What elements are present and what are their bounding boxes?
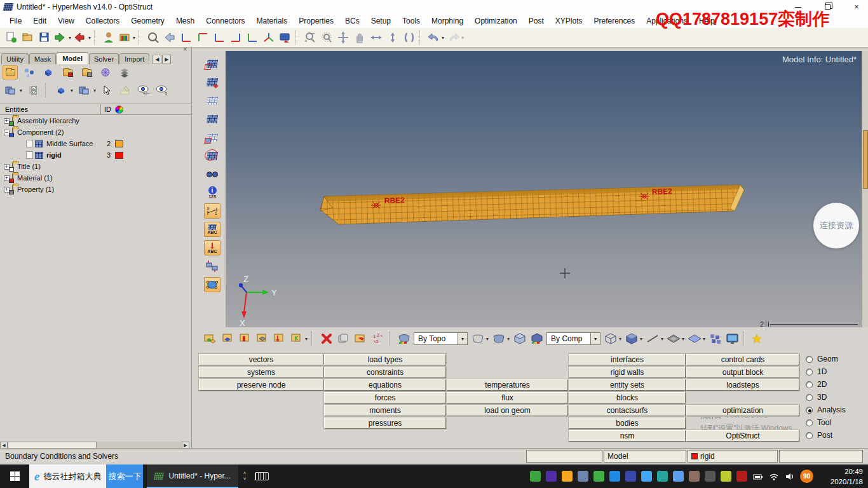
export-icon[interactable] — [73, 30, 88, 45]
connect-resource-overlay[interactable]: 连接资源 — [813, 203, 859, 248]
element-handles-icon[interactable] — [204, 130, 220, 145]
tree-row[interactable]: Middle Surface2 — [0, 138, 191, 149]
tab-model[interactable]: Model — [57, 52, 88, 64]
tray-app-icon-3[interactable] — [578, 471, 588, 482]
color-swatch[interactable] — [115, 140, 123, 147]
undo-dropdown-icon[interactable]: ▾ — [442, 35, 444, 41]
radio-dot-icon[interactable] — [806, 369, 813, 376]
elem-color-mode-icon[interactable] — [529, 332, 544, 346]
rotate-horizontal-icon[interactable] — [369, 30, 383, 45]
radio-dot-icon[interactable] — [806, 419, 813, 426]
shrink-elements-icon[interactable] — [204, 148, 220, 163]
radio-dot-icon[interactable] — [806, 394, 813, 401]
shaded-elements-icon[interactable] — [624, 332, 639, 346]
export-dropdown-icon[interactable]: ▾ — [88, 35, 91, 41]
card-image-icon[interactable] — [76, 83, 92, 97]
undo-icon[interactable] — [426, 30, 441, 45]
2d-style-dropdown-icon[interactable]: ▾ — [682, 336, 684, 342]
selector-arrow-icon[interactable] — [99, 83, 114, 97]
radio-dot-icon[interactable] — [806, 407, 813, 414]
notification-badge[interactable]: 90 — [800, 470, 813, 483]
elements-shaded-icon[interactable] — [204, 74, 220, 90]
screen-view-icon[interactable] — [278, 30, 292, 45]
menu-morphing[interactable]: Morphing — [426, 15, 469, 27]
circle-zoom-icon[interactable] — [319, 30, 334, 45]
geom-shaded-style-icon[interactable] — [491, 332, 506, 346]
tray-app-icon-10[interactable] — [689, 471, 700, 482]
menu-mesh[interactable]: Mesh — [170, 15, 200, 27]
components-collector-icon[interactable] — [203, 332, 218, 346]
geom-wireframe-dropdown-icon[interactable]: ▾ — [486, 336, 489, 342]
folder-view-icon[interactable] — [3, 65, 18, 79]
tray-app-icon-5[interactable] — [609, 471, 620, 482]
view-yz-icon[interactable] — [261, 30, 276, 45]
radio-analysis[interactable]: Analysis — [806, 405, 846, 414]
view-yx-icon[interactable] — [195, 30, 210, 45]
wireframe-elements-dropdown-icon[interactable]: ▾ — [619, 336, 621, 342]
tree-row[interactable]: rigid3 — [0, 149, 191, 161]
view-xy-icon[interactable] — [179, 30, 193, 45]
3d-style-dropdown-icon[interactable]: ▾ — [703, 336, 705, 342]
screen-capture-icon[interactable] — [725, 332, 740, 346]
load-collector-icon[interactable] — [272, 332, 287, 346]
tab-mask[interactable]: Mask — [29, 53, 56, 64]
import-dropdown-icon[interactable]: ▾ — [69, 35, 71, 41]
menu-file[interactable]: File — [4, 15, 27, 27]
radio-geom[interactable]: Geom — [806, 355, 838, 363]
tab-import[interactable]: Import — [119, 53, 149, 64]
taskbar-clock[interactable]: 20:49 2020/1/18 — [831, 467, 863, 487]
tab-utility[interactable]: Utility — [1, 53, 29, 64]
card-image-dropdown-icon[interactable]: ▾ — [93, 88, 96, 93]
panel-button-equations[interactable]: equations — [324, 379, 446, 391]
tray-app-icon-1[interactable] — [546, 471, 557, 482]
panel-button-contactsurfs[interactable]: contactsurfs — [569, 405, 686, 416]
panel-button-preserve-node[interactable]: preserve node — [199, 379, 323, 391]
entity-state-icon[interactable] — [53, 83, 69, 97]
elem-color-select[interactable]: By Comp ▾ — [546, 332, 600, 345]
eye-plus-minus-icon[interactable]: +/− — [136, 83, 151, 97]
menu-materials[interactable]: Materials — [251, 15, 294, 27]
panel-button-forces[interactable]: forces — [324, 392, 446, 403]
tree-row[interactable]: +Title (1) — [0, 161, 191, 172]
organize-dropdown-icon[interactable]: ▾ — [133, 35, 135, 41]
panel-button-rigid-walls[interactable]: rigid walls — [569, 367, 686, 378]
radio-dot-icon[interactable] — [806, 381, 813, 388]
shaded-elements-dropdown-icon[interactable]: ▾ — [640, 336, 642, 342]
panel-button-bodies[interactable]: bodies — [569, 417, 686, 429]
view-zy-icon[interactable] — [245, 30, 259, 45]
geometry-wireframe-icon[interactable] — [204, 93, 220, 108]
status-box-2[interactable]: Model — [604, 450, 686, 463]
taskbar-scroll-arrows[interactable]: ˄ ˅ — [243, 471, 247, 482]
tray-app-icon-6[interactable] — [625, 471, 636, 482]
panel-button-OptiStruct[interactable]: OptiStruct — [686, 430, 799, 442]
radio-2d[interactable]: 2D — [806, 380, 827, 389]
property-collector-icon[interactable] — [255, 332, 269, 346]
menu-connectors[interactable]: Connectors — [200, 15, 250, 27]
organize-layers-icon[interactable] — [336, 332, 351, 346]
material-view-icon[interactable] — [60, 65, 75, 79]
entities-header[interactable]: Entities ID — [0, 104, 191, 115]
menu-setup[interactable]: Setup — [365, 15, 397, 27]
menu-view[interactable]: View — [52, 15, 80, 27]
panel-button-systems[interactable]: systems — [199, 367, 323, 378]
tray-app-icon-2[interactable] — [562, 471, 573, 482]
tray-app-icon-8[interactable] — [657, 471, 668, 482]
panel-button-temperatures[interactable]: temperatures — [447, 379, 568, 391]
find-binoculars-icon[interactable] — [204, 166, 220, 182]
panel-button-nsm[interactable]: nsm — [569, 430, 686, 442]
3d-style-icon[interactable] — [687, 332, 702, 346]
panel-button-output-block[interactable]: output block — [686, 367, 799, 378]
wifi-icon[interactable] — [768, 471, 779, 482]
entity-info-icon[interactable]: i123 — [204, 185, 220, 200]
check-tree-icon[interactable] — [25, 83, 41, 97]
element-representation-icon[interactable] — [512, 332, 527, 346]
battery-icon[interactable] — [752, 471, 763, 482]
tray-app-icon-12[interactable] — [721, 471, 731, 482]
panel-button-optimization[interactable]: optimization — [686, 405, 799, 416]
panel-button-pressures[interactable]: pressures — [324, 417, 446, 429]
tray-app-icon-7[interactable] — [641, 471, 652, 482]
start-button[interactable] — [0, 464, 29, 488]
save-model-icon[interactable] — [37, 30, 51, 45]
load-display-icon[interactable] — [204, 259, 220, 274]
panel-button-loadsteps[interactable]: loadsteps — [686, 379, 799, 391]
